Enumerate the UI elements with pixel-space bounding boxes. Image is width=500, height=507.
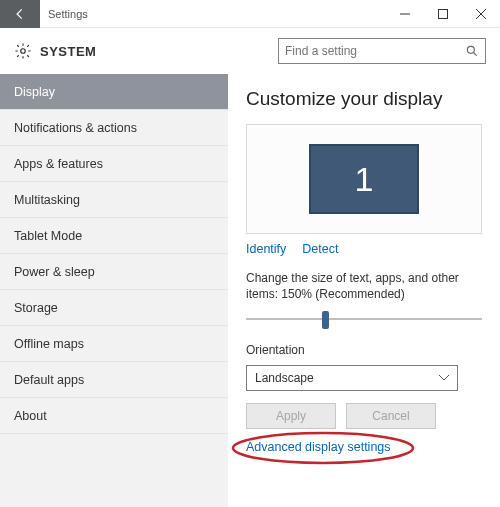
close-icon — [476, 9, 486, 19]
sidebar: DisplayNotifications & actionsApps & fea… — [0, 74, 228, 507]
maximize-button[interactable] — [424, 0, 462, 28]
monitor-number: 1 — [355, 160, 374, 199]
sidebar-item-display[interactable]: Display — [0, 74, 228, 110]
monitor-tile-1[interactable]: 1 — [309, 144, 419, 214]
scale-label: Change the size of text, apps, and other… — [246, 270, 482, 302]
close-button[interactable] — [462, 0, 500, 28]
minimize-button[interactable] — [386, 0, 424, 28]
search-input[interactable] — [285, 44, 465, 58]
minimize-icon — [400, 9, 410, 19]
slider-track — [246, 318, 482, 320]
detect-link[interactable]: Detect — [302, 242, 338, 256]
window-titlebar: Settings — [0, 0, 500, 28]
slider-thumb[interactable] — [322, 311, 329, 329]
chevron-down-icon — [439, 375, 449, 381]
maximize-icon — [438, 9, 448, 19]
page-title: SYSTEM — [40, 44, 96, 59]
sidebar-item-offline-maps[interactable]: Offline maps — [0, 326, 228, 362]
scale-slider[interactable] — [246, 308, 482, 332]
orientation-select[interactable]: Landscape — [246, 365, 458, 391]
arrow-left-icon — [13, 7, 27, 21]
sidebar-item-about[interactable]: About — [0, 398, 228, 434]
sidebar-item-power-sleep[interactable]: Power & sleep — [0, 254, 228, 290]
sidebar-item-storage[interactable]: Storage — [0, 290, 228, 326]
svg-rect-0 — [439, 9, 448, 18]
svg-point-1 — [21, 49, 26, 54]
sidebar-item-default-apps[interactable]: Default apps — [0, 362, 228, 398]
gear-icon — [14, 42, 32, 60]
sidebar-item-tablet-mode[interactable]: Tablet Mode — [0, 218, 228, 254]
content-pane: Customize your display 1 Identify Detect… — [228, 74, 500, 507]
content-heading: Customize your display — [246, 88, 482, 110]
page-header: SYSTEM — [0, 28, 500, 74]
window-title: Settings — [48, 8, 386, 20]
sidebar-item-notifications-actions[interactable]: Notifications & actions — [0, 110, 228, 146]
search-icon — [465, 44, 479, 58]
back-button[interactable] — [0, 0, 40, 28]
orientation-value: Landscape — [255, 371, 314, 385]
advanced-display-settings-link[interactable]: Advanced display settings — [246, 440, 391, 454]
cancel-button[interactable]: Cancel — [346, 403, 436, 429]
sidebar-item-apps-features[interactable]: Apps & features — [0, 146, 228, 182]
svg-point-2 — [467, 46, 474, 53]
sidebar-item-multitasking[interactable]: Multitasking — [0, 182, 228, 218]
identify-link[interactable]: Identify — [246, 242, 286, 256]
orientation-label: Orientation — [246, 342, 482, 358]
monitor-arrangement[interactable]: 1 — [246, 124, 482, 234]
search-box[interactable] — [278, 38, 486, 64]
apply-button[interactable]: Apply — [246, 403, 336, 429]
